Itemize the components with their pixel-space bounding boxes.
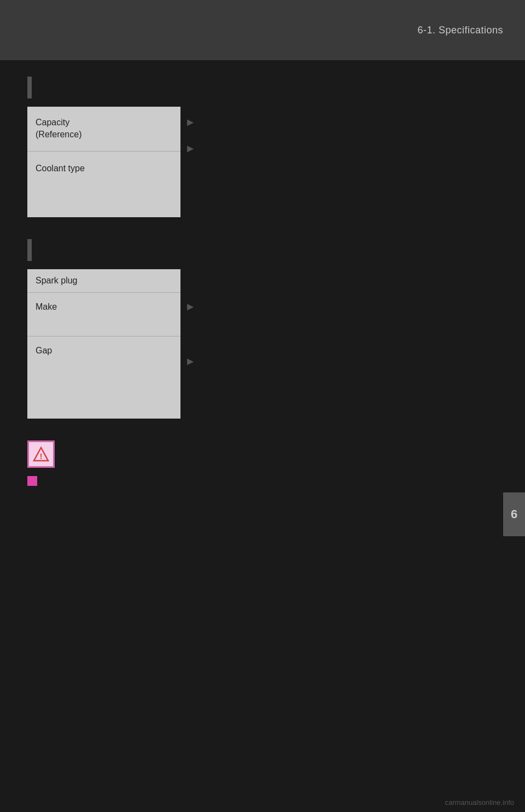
table-row-gap: Gap (27, 337, 180, 419)
arrow-icon-1: ► (185, 117, 196, 127)
table-row-make: Make (27, 293, 180, 337)
watermark: carmanualsonline.info (445, 798, 514, 807)
make-arrows: ► ► (185, 301, 196, 367)
arrow-icon-3: ► (185, 301, 196, 312)
pink-bullet-row (27, 476, 498, 486)
spark-plug-header: Spark plug (27, 269, 180, 293)
main-content: Capacity(Reference) Coolant type ► ► Spa… (0, 60, 525, 812)
pink-square-icon (27, 476, 37, 486)
svg-text:!: ! (40, 452, 43, 461)
section-marker-1 (27, 77, 32, 98)
spark-table-wrapper: Spark plug Make Gap ► ► (27, 269, 180, 430)
coolant-type-label: Coolant type (27, 152, 180, 217)
make-label: Make (27, 293, 180, 336)
coolant-table-wrapper: Capacity(Reference) Coolant type ► ► (27, 107, 180, 234)
arrow-icon-4: ► (185, 356, 196, 367)
table-row-coolant-type: Coolant type (27, 152, 180, 217)
page-title: 6-1. Specifications (417, 25, 503, 36)
header-bar: 6-1. Specifications (0, 0, 525, 60)
gap-label: Gap (27, 337, 180, 419)
spark-plug-table: Spark plug Make Gap (27, 269, 180, 419)
coolant-spec-table: Capacity(Reference) Coolant type (27, 107, 180, 217)
arrow-icon-2: ► (185, 143, 196, 154)
warning-triangle-icon: ! (33, 446, 49, 462)
section-marker-2 (27, 239, 32, 261)
table-row-capacity: Capacity(Reference) (27, 107, 180, 152)
capacity-arrows: ► ► (185, 117, 196, 154)
warning-section: ! (27, 440, 498, 468)
capacity-label: Capacity(Reference) (27, 107, 180, 151)
warning-icon: ! (27, 440, 55, 468)
